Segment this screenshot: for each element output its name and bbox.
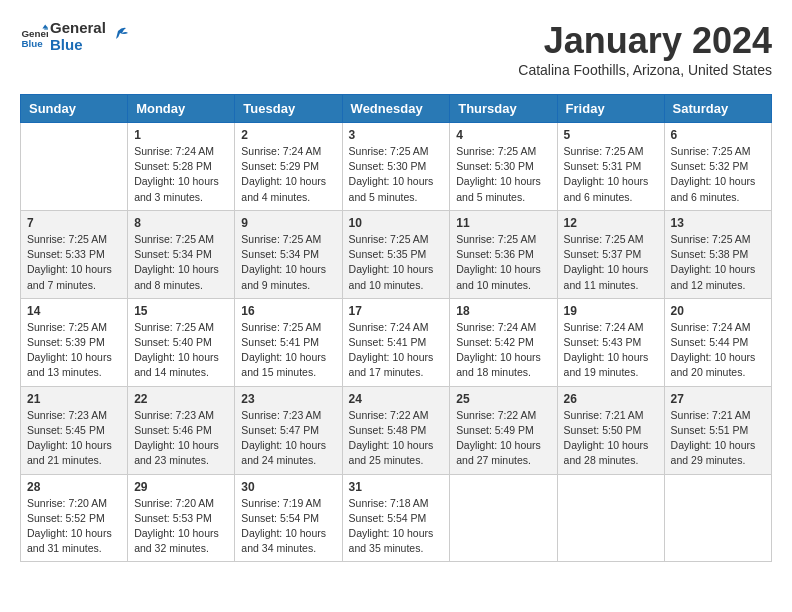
calendar-cell: 16Sunrise: 7:25 AMSunset: 5:41 PMDayligh… <box>235 298 342 386</box>
calendar-cell: 19Sunrise: 7:24 AMSunset: 5:43 PMDayligh… <box>557 298 664 386</box>
day-number: 30 <box>241 480 335 494</box>
calendar-cell: 7Sunrise: 7:25 AMSunset: 5:33 PMDaylight… <box>21 210 128 298</box>
day-info-line: Sunrise: 7:24 AM <box>134 144 228 159</box>
day-info-line: and 10 minutes. <box>456 278 550 293</box>
day-info-line: Sunrise: 7:24 AM <box>241 144 335 159</box>
day-info-line: Sunrise: 7:25 AM <box>456 144 550 159</box>
day-info-line: Sunrise: 7:25 AM <box>349 144 444 159</box>
day-info-line: and 19 minutes. <box>564 365 658 380</box>
day-number: 26 <box>564 392 658 406</box>
day-info-line: Daylight: 10 hours <box>134 350 228 365</box>
day-number: 15 <box>134 304 228 318</box>
day-info-line: Sunrise: 7:21 AM <box>564 408 658 423</box>
day-info-line: Sunrise: 7:25 AM <box>27 232 121 247</box>
day-info-line: Daylight: 10 hours <box>671 350 765 365</box>
calendar-cell: 1Sunrise: 7:24 AMSunset: 5:28 PMDaylight… <box>128 123 235 211</box>
day-info-line: Daylight: 10 hours <box>241 174 335 189</box>
day-info-line: and 11 minutes. <box>564 278 658 293</box>
day-info-line: Sunset: 5:54 PM <box>241 511 335 526</box>
day-info-line: Daylight: 10 hours <box>564 174 658 189</box>
day-info-line: and 10 minutes. <box>349 278 444 293</box>
day-number: 27 <box>671 392 765 406</box>
calendar-cell: 9Sunrise: 7:25 AMSunset: 5:34 PMDaylight… <box>235 210 342 298</box>
calendar-cell: 20Sunrise: 7:24 AMSunset: 5:44 PMDayligh… <box>664 298 771 386</box>
calendar-week-row: 28Sunrise: 7:20 AMSunset: 5:52 PMDayligh… <box>21 474 772 562</box>
day-info-line: Sunset: 5:42 PM <box>456 335 550 350</box>
day-info-line: and 13 minutes. <box>27 365 121 380</box>
day-info-line: Sunrise: 7:18 AM <box>349 496 444 511</box>
calendar-cell <box>450 474 557 562</box>
header-monday: Monday <box>128 95 235 123</box>
day-info-line: and 12 minutes. <box>671 278 765 293</box>
calendar-cell <box>557 474 664 562</box>
day-info-line: Sunrise: 7:25 AM <box>456 232 550 247</box>
day-info-line: and 31 minutes. <box>27 541 121 556</box>
day-info-line: Sunset: 5:41 PM <box>349 335 444 350</box>
calendar-cell: 31Sunrise: 7:18 AMSunset: 5:54 PMDayligh… <box>342 474 450 562</box>
month-title: January 2024 <box>518 20 772 62</box>
calendar-cell: 24Sunrise: 7:22 AMSunset: 5:48 PMDayligh… <box>342 386 450 474</box>
day-info-line: Daylight: 10 hours <box>27 350 121 365</box>
day-info-line: Sunrise: 7:24 AM <box>349 320 444 335</box>
header-thursday: Thursday <box>450 95 557 123</box>
calendar-cell: 10Sunrise: 7:25 AMSunset: 5:35 PMDayligh… <box>342 210 450 298</box>
calendar-cell: 29Sunrise: 7:20 AMSunset: 5:53 PMDayligh… <box>128 474 235 562</box>
day-info-line: Daylight: 10 hours <box>564 262 658 277</box>
calendar-cell: 18Sunrise: 7:24 AMSunset: 5:42 PMDayligh… <box>450 298 557 386</box>
header-tuesday: Tuesday <box>235 95 342 123</box>
day-info-line: Daylight: 10 hours <box>241 526 335 541</box>
day-info-line: Sunset: 5:44 PM <box>671 335 765 350</box>
day-info-line: Sunset: 5:33 PM <box>27 247 121 262</box>
day-info-line: Sunrise: 7:22 AM <box>456 408 550 423</box>
location-subtitle: Catalina Foothills, Arizona, United Stat… <box>518 62 772 78</box>
day-info-line: Sunset: 5:46 PM <box>134 423 228 438</box>
day-info-line: Sunrise: 7:24 AM <box>564 320 658 335</box>
day-info-line: Daylight: 10 hours <box>27 438 121 453</box>
calendar-cell: 3Sunrise: 7:25 AMSunset: 5:30 PMDaylight… <box>342 123 450 211</box>
calendar-cell: 28Sunrise: 7:20 AMSunset: 5:52 PMDayligh… <box>21 474 128 562</box>
day-info-line: Daylight: 10 hours <box>349 350 444 365</box>
calendar-cell: 17Sunrise: 7:24 AMSunset: 5:41 PMDayligh… <box>342 298 450 386</box>
day-info-line: Sunset: 5:34 PM <box>241 247 335 262</box>
day-info-line: and 27 minutes. <box>456 453 550 468</box>
day-info-line: Sunrise: 7:22 AM <box>349 408 444 423</box>
day-info-line: Daylight: 10 hours <box>134 438 228 453</box>
day-info-line: and 24 minutes. <box>241 453 335 468</box>
day-info-line: Sunrise: 7:25 AM <box>671 232 765 247</box>
day-info-line: Sunset: 5:38 PM <box>671 247 765 262</box>
day-info-line: Sunset: 5:49 PM <box>456 423 550 438</box>
day-info-line: and 9 minutes. <box>241 278 335 293</box>
day-info-line: and 5 minutes. <box>456 190 550 205</box>
day-info-line: Sunset: 5:31 PM <box>564 159 658 174</box>
day-info-line: Daylight: 10 hours <box>241 350 335 365</box>
day-info-line: Daylight: 10 hours <box>456 350 550 365</box>
day-info-line: and 34 minutes. <box>241 541 335 556</box>
calendar-cell: 4Sunrise: 7:25 AMSunset: 5:30 PMDaylight… <box>450 123 557 211</box>
header-sunday: Sunday <box>21 95 128 123</box>
calendar-cell: 12Sunrise: 7:25 AMSunset: 5:37 PMDayligh… <box>557 210 664 298</box>
day-info-line: Daylight: 10 hours <box>27 262 121 277</box>
day-info-line: Sunrise: 7:25 AM <box>134 232 228 247</box>
header-friday: Friday <box>557 95 664 123</box>
day-info-line: Sunrise: 7:20 AM <box>134 496 228 511</box>
calendar-cell: 30Sunrise: 7:19 AMSunset: 5:54 PMDayligh… <box>235 474 342 562</box>
day-info-line: Daylight: 10 hours <box>456 262 550 277</box>
calendar-cell: 22Sunrise: 7:23 AMSunset: 5:46 PMDayligh… <box>128 386 235 474</box>
calendar-cell: 14Sunrise: 7:25 AMSunset: 5:39 PMDayligh… <box>21 298 128 386</box>
logo-blue: Blue <box>50 37 106 54</box>
day-info-line: Sunrise: 7:25 AM <box>241 232 335 247</box>
day-number: 12 <box>564 216 658 230</box>
day-info-line: Sunrise: 7:25 AM <box>241 320 335 335</box>
day-info-line: Sunrise: 7:25 AM <box>349 232 444 247</box>
day-info-line: Sunrise: 7:23 AM <box>27 408 121 423</box>
day-info-line: Sunrise: 7:21 AM <box>671 408 765 423</box>
day-number: 24 <box>349 392 444 406</box>
day-info-line: Sunset: 5:30 PM <box>349 159 444 174</box>
day-info-line: Sunrise: 7:25 AM <box>134 320 228 335</box>
day-number: 5 <box>564 128 658 142</box>
calendar-cell: 15Sunrise: 7:25 AMSunset: 5:40 PMDayligh… <box>128 298 235 386</box>
calendar-cell: 25Sunrise: 7:22 AMSunset: 5:49 PMDayligh… <box>450 386 557 474</box>
day-info-line: and 28 minutes. <box>564 453 658 468</box>
day-info-line: Sunset: 5:34 PM <box>134 247 228 262</box>
calendar-week-row: 1Sunrise: 7:24 AMSunset: 5:28 PMDaylight… <box>21 123 772 211</box>
